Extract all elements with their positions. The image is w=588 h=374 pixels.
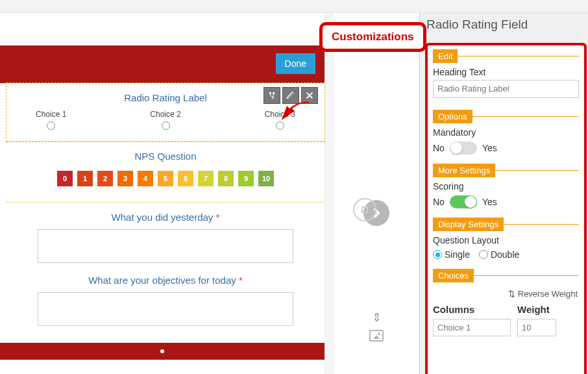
reverse-weight-button[interactable]: ⇅ Reverse Weight [433, 286, 579, 304]
done-button[interactable]: Done [276, 53, 315, 74]
branch-icon[interactable] [263, 87, 280, 104]
choice-option[interactable]: Choice 1 [36, 110, 66, 132]
choice-weight-input[interactable] [517, 319, 556, 336]
question-title: What are your objectives for today * [29, 271, 302, 292]
form-preview-pane: Done Radio Rating Label Choice 1 Choice … [0, 13, 325, 374]
toggle-no-label: No [433, 197, 445, 207]
top-toolbar [0, 0, 588, 13]
question-title: Radio Rating Label [29, 88, 302, 110]
choice-option[interactable]: Choice 2 [150, 110, 180, 132]
mandatory-toggle[interactable] [450, 142, 477, 155]
choice-name-input[interactable] [433, 319, 511, 336]
nps-cell[interactable]: 3 [117, 171, 133, 186]
nps-cell[interactable]: 0 [57, 171, 73, 186]
form-header-band: Done [0, 45, 325, 83]
heading-text-input[interactable]: Radio Rating Label [433, 80, 579, 98]
reorder-icon[interactable]: ⇕ [372, 310, 382, 325]
nps-cell[interactable]: 7 [198, 171, 214, 186]
scoring-toggle[interactable] [450, 195, 477, 208]
layout-single-radio[interactable]: Single [433, 249, 470, 260]
nps-cell[interactable]: 6 [178, 171, 193, 186]
question-title: NPS Question [29, 147, 302, 168]
mandatory-label: Mandatory [433, 127, 579, 138]
properties-panel: Radio Rating Field Edit Heading Text Rad… [419, 13, 588, 374]
toggle-no-label: No [433, 143, 445, 153]
columns-header: Columns [433, 304, 511, 315]
layout-double-radio[interactable]: Double [479, 249, 519, 260]
today-input[interactable] [38, 292, 294, 326]
legend-more-settings: More Settings [433, 164, 495, 177]
nps-cell[interactable]: 8 [218, 171, 234, 186]
legend-choices: Choices [433, 269, 474, 282]
question-title: What you did yesterday * [29, 208, 302, 229]
nps-question[interactable]: NPS Question 012345678910 [6, 142, 325, 203]
heading-text-label: Heading Text [433, 67, 579, 77]
legend-edit: Edit [433, 49, 458, 63]
nps-cell[interactable]: 2 [97, 171, 113, 186]
nps-cell[interactable]: 1 [77, 171, 93, 186]
device-frame-gap: ⇕ [334, 13, 419, 374]
nps-cell[interactable]: 10 [258, 171, 274, 186]
toggle-yes-label: Yes [482, 197, 497, 207]
nps-cell[interactable]: 5 [158, 171, 173, 186]
scrollbar[interactable] [325, 13, 334, 374]
toggle-yes-label: Yes [482, 143, 497, 153]
customizations-callout: Customizations [319, 22, 426, 52]
nps-cell[interactable]: 9 [238, 171, 254, 186]
form-footer-band [0, 343, 325, 360]
panel-title: Radio Rating Field [420, 13, 588, 38]
legend-display-settings: Display Settings [433, 218, 504, 231]
nps-cell[interactable]: 4 [138, 171, 153, 186]
textarea-question[interactable]: What you did yesterday * What are your o… [6, 203, 325, 343]
question-layout-label: Question Layout [433, 235, 579, 245]
yesterday-input[interactable] [38, 229, 294, 263]
legend-options: Options [433, 110, 472, 123]
pointer-arrow-icon [280, 101, 310, 128]
customizations-highlight: Edit Heading Text Radio Rating Label Opt… [425, 43, 587, 374]
image-icon[interactable] [369, 330, 384, 342]
weight-header: Weight [517, 304, 563, 315]
radio-rating-question[interactable]: Radio Rating Label Choice 1 Choice 2 Cho… [6, 83, 325, 142]
stop-icon[interactable] [353, 198, 376, 221]
scoring-label: Scoring [433, 181, 579, 192]
